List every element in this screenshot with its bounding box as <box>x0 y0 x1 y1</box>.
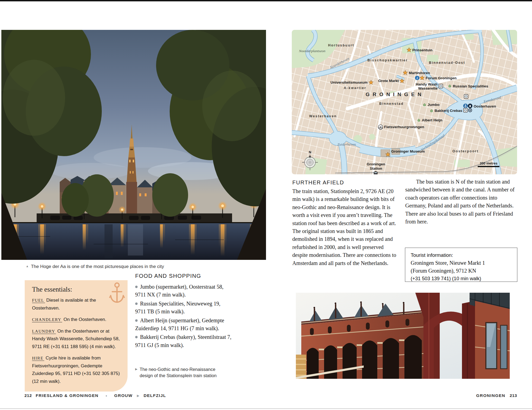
footer-crumb: GROUW <box>114 393 133 398</box>
poi-label: Prinsentuin <box>412 48 432 52</box>
fuel-badge-icon <box>468 104 473 108</box>
tourist-info-title: Tourist information: <box>411 251 517 259</box>
list-bullet <box>135 286 138 288</box>
laundry-icon <box>464 108 468 112</box>
poi-label: Universiteitsmuseum <box>330 80 368 84</box>
further-afield-column-2: The bus station is N of the train statio… <box>405 178 517 226</box>
poi-label: Groninger Museum <box>391 149 425 153</box>
water-label: Zuiderhaven <box>337 142 356 146</box>
further-afield-column-1: The train station, Stationsplein 2, 9726… <box>292 187 399 267</box>
food-item: Jumbo (supermarket), Oosterstraat 58, 97… <box>135 283 232 299</box>
poi-label: Fietsverhuurgroningen <box>384 125 424 129</box>
poi-label: Oosterhaven <box>474 104 496 108</box>
laundry-icon <box>439 84 443 88</box>
compass-n-label: N <box>309 150 311 154</box>
train-icon <box>374 171 378 174</box>
shop-basket-icon <box>448 85 451 87</box>
poi-label: Russian Specialities <box>453 84 488 88</box>
food-heading: FOOD AND SHOPPING <box>135 273 232 279</box>
tourist-info-phone: (+31 503 139 741) (10 min walk) <box>411 275 517 283</box>
water-label: Verbindingskanaal <box>420 133 445 152</box>
page-top-edge <box>0 0 532 1</box>
poi-label: Station <box>370 166 382 171</box>
district-label: A-kwartier <box>344 86 366 90</box>
list-bullet <box>135 302 138 305</box>
tourist-information-box: Tourist information: Groningen Store, Ni… <box>405 248 517 282</box>
footer-section: GRONINGEN <box>476 393 505 398</box>
footer-book-title: FRIESLAND & GRONINGEN <box>36 393 98 398</box>
poi-label: Bakkerij Crebas <box>435 109 462 113</box>
bicycle-icon <box>378 125 383 130</box>
shop-basket-icon <box>417 119 420 122</box>
food-and-shopping-section: FOOD AND SHOPPING Jumbo (supermarket), O… <box>135 273 232 350</box>
list-bullet <box>135 336 138 338</box>
caption-text: The neo-Gothic and neo-Renaissance desig… <box>140 366 226 379</box>
caption-text: The Hoge der Aa is one of the most pictu… <box>31 263 164 270</box>
tourist-info-address: (Forum Groningen), 9712 KN <box>411 267 517 275</box>
district-label: Binnenstad <box>379 102 404 106</box>
footer-left: 212 FRIESLAND & GRONINGEN ● GROUW ▶ DELF… <box>24 393 166 398</box>
essentials-title: The essentials: <box>32 286 121 293</box>
svg-text:200 metres: 200 metres <box>480 162 497 165</box>
essentials-item-laundry: LAUNDRY On the Oosterhaven or at Handy W… <box>32 327 121 351</box>
star-icon <box>403 70 407 75</box>
district-label: Oosterpoort <box>452 149 479 153</box>
list-bullet <box>135 319 138 322</box>
district-label: Binnenstad-Oost <box>429 61 465 65</box>
scale-bar: 200 metres <box>478 162 499 167</box>
food-item: Albert Heijn (supermarket), Gedempte Zui… <box>135 317 232 333</box>
poi-label: Groningen <box>367 162 385 166</box>
star-icon <box>369 80 373 84</box>
essentials-box: The essentials: FUEL Diesel is available… <box>25 280 128 392</box>
page-number: 213 <box>510 393 517 398</box>
anchor-badge-icon <box>463 104 468 108</box>
essentials-item-hire: HIRE Cycle hire is available from Fietsv… <box>32 354 121 385</box>
poi-label: Handy Wash <box>416 82 438 86</box>
water-label: Noorderplantseon <box>299 49 325 53</box>
poi-label: Jumbo <box>427 103 439 107</box>
station-photo-caption: ▶ The neo-Gothic and neo-Renaissance des… <box>135 366 226 379</box>
city-label: GRONINGEN <box>366 92 424 97</box>
canal-photo <box>1 30 266 260</box>
poi-label: Grote Markt <box>378 79 399 83</box>
groningen-map: i <box>292 30 517 174</box>
footer-dot-icon: ● <box>106 394 107 397</box>
footer-crumb: DELFZIJL <box>144 393 166 398</box>
essentials-item-chandlery: CHANDLERY On the Oosterhaven. <box>32 316 121 324</box>
further-afield-heading: FURTHER AFIELD <box>292 179 344 186</box>
info-icon <box>415 76 420 80</box>
shop-basket-icon <box>430 110 433 112</box>
ship-wheel-icon <box>468 109 472 112</box>
page-bottom-edge <box>0 408 532 409</box>
guidebook-spread: ▲ The Hoge der Aa is one of the most pic… <box>0 0 532 410</box>
anchor-icon <box>109 281 125 306</box>
district-label: Hortusbuurt <box>328 43 354 47</box>
station-photo <box>296 293 510 379</box>
essentials-item-fuel: FUEL Diesel is available at the Oosterha… <box>32 297 121 312</box>
star-icon <box>420 75 424 80</box>
caption-right-triangle-icon: ▶ <box>135 366 137 372</box>
poi-label: Forum Groningen <box>426 76 457 80</box>
footer-right: GRONINGEN 213 <box>476 393 517 398</box>
poi-label: Albert Heijn <box>422 118 442 122</box>
footer-arrow-icon: ▶ <box>137 394 139 398</box>
food-item: Bakkerij Crebas (bakery), Steentilstraat… <box>135 333 232 349</box>
canal-photo-caption: ▲ The Hoge der Aa is one of the most pic… <box>26 263 232 270</box>
district-label: Bisschopskwartier <box>368 58 408 62</box>
poi-label: Martinitoren <box>409 71 430 75</box>
food-item: Russian Specialities, Nieuweweg 19, 9711… <box>135 300 232 316</box>
shop-basket-icon <box>423 104 426 106</box>
laundry-icon <box>464 94 468 99</box>
sandstone-column <box>296 355 306 379</box>
tourist-info-address: Groningen Store, Nieuwe Markt 1 <box>411 259 517 267</box>
page-number: 212 <box>24 393 32 398</box>
caption-up-triangle-icon: ▲ <box>26 263 29 269</box>
poi-label: Wasserette <box>418 86 438 90</box>
right-pier <box>475 301 510 379</box>
district-label: Westerhaven <box>309 114 337 118</box>
